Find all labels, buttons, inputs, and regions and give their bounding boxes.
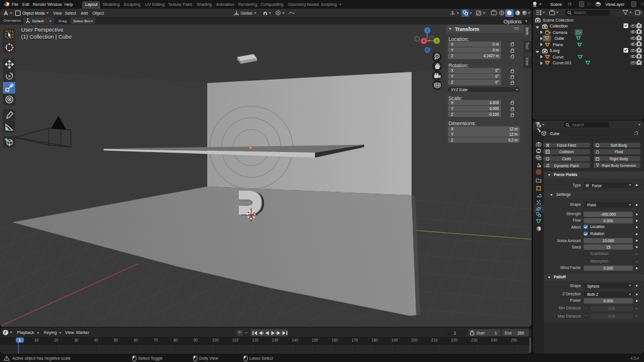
svg-text:X: X	[423, 39, 425, 43]
svg-text:Y: Y	[436, 39, 438, 43]
svg-text:Z: Z	[426, 29, 429, 32]
